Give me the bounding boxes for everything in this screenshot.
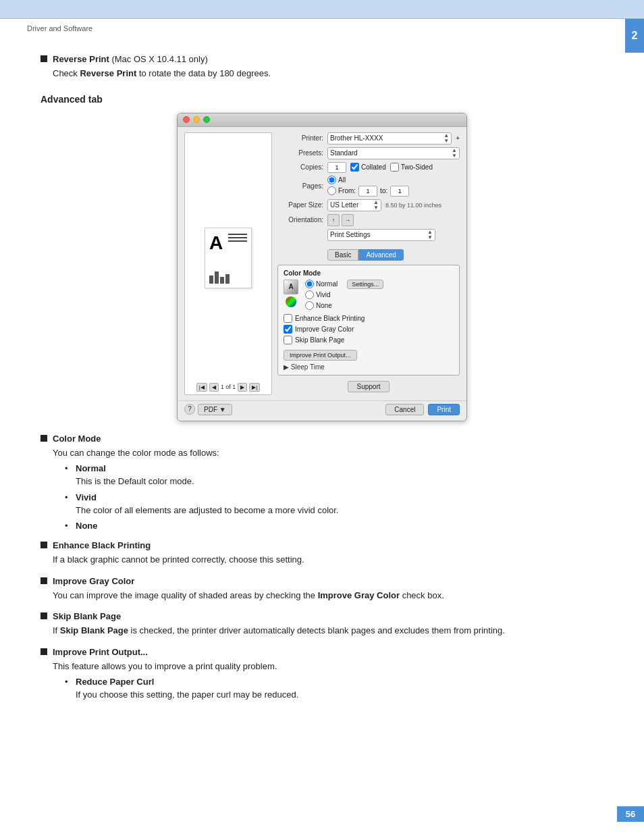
bullet-icon [41, 648, 47, 655]
improve-gray-desc: You can improve the image quality of sha… [53, 589, 603, 602]
enhance-black-section: Enhance Black Printing [41, 540, 603, 550]
tab-basic[interactable]: Basic [327, 249, 358, 261]
normal-title: Normal [76, 463, 106, 473]
collated-label: Collated [350, 163, 386, 172]
presets-row: Presets: Standard ▲▼ [277, 147, 460, 159]
skip-blank-option: Skip Blank Page [284, 336, 454, 344]
nav-first-btn[interactable]: |◀ [196, 383, 207, 392]
help-button[interactable]: ? [184, 404, 195, 415]
none-item: • None [65, 521, 603, 531]
improve-print-desc: This feature allows you to improve a pri… [53, 660, 603, 673]
two-sided-label: Two-Sided [390, 163, 433, 172]
footer-right: Cancel Print [385, 404, 460, 415]
preview-doc: A [205, 228, 252, 288]
support-row: Support [277, 381, 460, 392]
color-mode-section: Color Mode [41, 434, 603, 444]
color-normal-radio[interactable] [305, 280, 314, 288]
print-preview: A [184, 132, 272, 395]
collated-checkbox[interactable] [350, 163, 359, 172]
printer-add-btn[interactable]: + [456, 134, 460, 142]
copies-input[interactable] [327, 162, 346, 173]
page-number: 56 [617, 806, 644, 822]
copies-row: Copies: Collated Two-Sided [277, 162, 460, 173]
reduce-paper-desc: If you choose this setting, the paper cu… [76, 688, 603, 702]
preview-lines [228, 234, 247, 242]
chart-bar [220, 277, 224, 284]
none-title: None [76, 521, 98, 531]
cancel-button[interactable]: Cancel [385, 404, 424, 415]
improve-gray-section: Improve Gray Color [41, 576, 603, 586]
bullet-icon [41, 542, 47, 548]
skip-blank-title: Skip Blank Page [53, 611, 121, 621]
dot-bullet: • [65, 521, 76, 531]
top-bar [0, 0, 644, 19]
enhance-black-checkbox[interactable] [284, 314, 292, 323]
improve-gray-option: Improve Gray Color [284, 325, 454, 334]
presets-select[interactable]: Standard ▲▼ [327, 147, 460, 159]
preview-nav: |◀ ◀ 1 of 1 ▶ ▶| [196, 383, 261, 392]
color-mode-icons: A [284, 280, 298, 307]
color-none-option: None [305, 301, 338, 310]
pages-row: Pages: All From: [277, 176, 460, 197]
color-mode-a-icon: A [284, 280, 298, 294]
paper-size-desc: 8.50 by 11.00 inches [385, 202, 441, 209]
copies-label: Copies: [277, 163, 323, 171]
landscape-icon[interactable]: → [342, 214, 354, 226]
color-none-radio[interactable] [305, 301, 314, 310]
reduce-paper-item: • Reduce Paper Curl [65, 677, 603, 687]
preview-line [228, 240, 247, 242]
print-settings-row: Print Settings ▲▼ [327, 229, 460, 241]
footer-left: ? PDF ▼ [184, 404, 232, 415]
chart-bar [209, 276, 213, 284]
sleep-time-row[interactable]: ▶ Sleep Time [284, 363, 454, 371]
improve-print-button[interactable]: Improve Print Output... [284, 350, 357, 361]
reverse-print-section: Reverse Print (Mac OS X 10.4.11 only) [41, 54, 603, 64]
pages-from-input[interactable] [358, 186, 377, 197]
orientation-label: Orientation: [277, 216, 323, 224]
pages-from-radio[interactable] [327, 186, 336, 195]
skip-blank-checkbox[interactable] [284, 336, 292, 344]
close-dot[interactable] [183, 116, 190, 123]
pages-all-row: All [327, 176, 409, 184]
header-label: Driver and Software [0, 19, 644, 38]
presets-label: Presets: [277, 149, 323, 157]
maximize-dot[interactable] [203, 116, 210, 123]
nav-next-btn[interactable]: ▶ [238, 383, 247, 392]
print-settings-select[interactable]: Print Settings ▲▼ [327, 229, 435, 241]
paper-size-row: Paper Size: US Letter ▲▼ 8.50 by 11.00 i… [277, 199, 460, 211]
printer-label: Printer: [277, 134, 323, 142]
minimize-dot[interactable] [193, 116, 200, 123]
pages-options: All From: to: [327, 176, 409, 197]
paper-size-select[interactable]: US Letter ▲▼ [327, 199, 381, 211]
print-dialog: A [177, 113, 467, 421]
nav-last-btn[interactable]: ▶| [249, 383, 260, 392]
reverse-print-title: Reverse Print (Mac OS X 10.4.11 only) [53, 54, 208, 64]
color-mode-title: Color Mode [53, 434, 101, 444]
skip-blank-section: Skip Blank Page [41, 611, 603, 621]
printer-select[interactable]: Brother HL-XXXX ▲▼ [327, 132, 452, 145]
settings-button[interactable]: Settings... [347, 280, 383, 289]
improve-print-container: Improve Print Output... [284, 347, 454, 361]
tab-advanced[interactable]: Advanced [358, 249, 403, 261]
enhance-black-option: Enhance Black Printing [284, 314, 454, 323]
vivid-item: • Vivid [65, 492, 603, 502]
color-vivid-radio[interactable] [305, 290, 314, 299]
bullet-icon [41, 435, 47, 442]
color-mode-options: A Normal Vivid [284, 280, 454, 310]
improve-gray-checkbox[interactable] [284, 325, 292, 334]
normal-item: • Normal [65, 463, 603, 473]
print-button[interactable]: Print [428, 404, 460, 415]
enhance-black-title: Enhance Black Printing [53, 540, 151, 550]
improve-print-section: Improve Print Output... [41, 647, 603, 657]
support-button[interactable]: Support [348, 381, 389, 392]
pdf-button[interactable]: PDF ▼ [198, 404, 232, 415]
portrait-icon[interactable]: ↑ [327, 214, 340, 226]
pages-to-input[interactable] [390, 186, 409, 197]
pages-all-radio[interactable] [327, 176, 336, 184]
pages-label: Pages: [277, 182, 323, 190]
dialog-body: A [178, 127, 466, 400]
two-sided-checkbox[interactable] [390, 163, 399, 172]
nav-prev-btn[interactable]: ◀ [209, 383, 219, 392]
preview-content: A [188, 136, 269, 380]
print-settings-box: Color Mode A Normal [277, 265, 460, 375]
